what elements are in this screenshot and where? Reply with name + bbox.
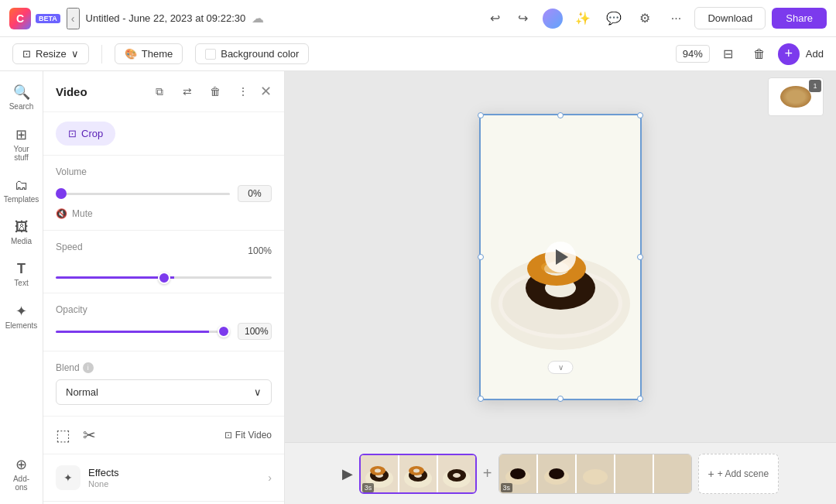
sidebar-item-elements[interactable]: ✦ Elements: [3, 297, 40, 336]
trash-icon[interactable]: 🗑: [747, 42, 772, 67]
magic-icon[interactable]: ✨: [570, 6, 595, 31]
doc-title[interactable]: Untitled - June 22, 2023 at 09:22:30: [86, 12, 246, 24]
crop-button[interactable]: ⊡ Crop: [56, 122, 115, 146]
sidebar-item-text[interactable]: T Text: [3, 255, 40, 293]
zoom-value[interactable]: 94%: [676, 45, 710, 63]
more-icon[interactable]: ···: [663, 6, 688, 31]
scene-2-thumb-4: [615, 454, 653, 494]
volume-label: Volume: [56, 166, 272, 177]
resize-button[interactable]: ⊡ Resize ∨: [12, 43, 89, 64]
scene-1-thumb-1: 3s: [361, 454, 398, 494]
media-icon: 🖼: [15, 219, 29, 235]
svg-point-31: [583, 469, 608, 485]
opacity-slider[interactable]: [56, 331, 230, 333]
thumb-svg-8: [654, 454, 691, 494]
page-indicator-thumbnail: [780, 86, 811, 108]
bg-color-button[interactable]: Background color: [195, 43, 309, 64]
effects-title: Effects: [88, 467, 268, 478]
download-button[interactable]: Download: [694, 7, 766, 29]
scene-1-time: 3s: [362, 483, 375, 492]
svg-point-26: [510, 468, 526, 479]
redo-button[interactable]: ↪: [510, 6, 535, 31]
svg-point-23: [453, 473, 461, 478]
collapse-handle[interactable]: ∨: [548, 361, 574, 374]
theme-icon: 🎨: [125, 48, 137, 60]
beta-badge: BETA: [36, 14, 60, 23]
opacity-row: 100%: [56, 323, 272, 340]
add-scene-icon: +: [708, 468, 714, 480]
props-panel-icons: ⧉ ⇄ 🗑 ⋮ ✕: [149, 81, 272, 102]
scene-divider[interactable]: +: [483, 465, 492, 482]
elements-icon: ✦: [15, 303, 27, 320]
props-panel-title: Video: [56, 85, 87, 98]
sidebar-item-media[interactable]: 🖼 Media: [3, 213, 40, 252]
toolbar-icons: 94% ⊟ 🗑 + Add: [676, 42, 824, 67]
page-indicator[interactable]: 1: [768, 77, 824, 116]
sidebar-item-search[interactable]: 🔍 Search: [3, 77, 40, 117]
canvas-frame[interactable]: [479, 114, 642, 400]
scene-1-group[interactable]: 3s: [359, 454, 477, 494]
scene-2-thumb-3: [577, 454, 614, 494]
mute-label: Mute: [72, 208, 93, 219]
blend-select[interactable]: Normal ∨: [56, 379, 272, 405]
handle-top-right[interactable]: [637, 112, 643, 118]
back-button[interactable]: ‹: [67, 8, 80, 29]
grid-view-icon[interactable]: ⊟: [716, 42, 741, 67]
speed-slider[interactable]: [56, 276, 272, 279]
play-overlay[interactable]: [545, 242, 576, 273]
flip-icon[interactable]: ⇄: [176, 81, 198, 102]
add-ons-icon: ⊕: [15, 456, 27, 473]
play-timeline-button[interactable]: ▶: [342, 465, 353, 482]
theme-button[interactable]: 🎨 Theme: [115, 43, 183, 64]
bg-color-label: Background color: [221, 48, 299, 60]
share-options-icon[interactable]: ⚙: [632, 6, 657, 31]
fit-video-button[interactable]: ⊡ Fit Video: [224, 430, 272, 441]
speed-value: 100%: [248, 245, 272, 256]
comment-icon[interactable]: 💬: [601, 6, 626, 31]
sidebar-item-your-stuff[interactable]: ⊞ Your stuff: [3, 120, 40, 168]
effects-text: Effects None: [88, 467, 268, 489]
app-logo: C: [9, 8, 31, 29]
sidebar-label-text: Text: [14, 279, 28, 287]
share-button[interactable]: Share: [772, 8, 827, 29]
scene-2-group[interactable]: 3s: [499, 454, 692, 494]
scene-1-wrap: 3s: [359, 454, 477, 494]
more-options-icon[interactable]: ⋮: [232, 81, 254, 102]
templates-icon: 🗂: [15, 177, 29, 194]
video-tool-btn-1[interactable]: ⬚: [56, 426, 70, 444]
volume-slider[interactable]: [56, 193, 230, 195]
add-button[interactable]: +: [778, 43, 800, 65]
undo-button[interactable]: ↩: [482, 6, 507, 31]
sidebar-label-search: Search: [9, 102, 34, 111]
top-actions: ↩ ↪ ✨ 💬 ⚙ ··· Download Share: [482, 6, 827, 31]
handle-top-mid[interactable]: [557, 112, 564, 118]
add-scene-button[interactable]: + + Add scene: [698, 454, 779, 494]
sidebar-label-media: Media: [11, 237, 32, 245]
delete-icon[interactable]: 🗑: [204, 81, 226, 102]
handle-bottom-mid[interactable]: [557, 396, 564, 402]
handle-bottom-right[interactable]: [637, 396, 643, 402]
scene-2-thumb-5: [654, 454, 691, 494]
mute-button[interactable]: 🔇 Mute: [56, 208, 93, 219]
blend-info-icon[interactable]: i: [83, 362, 94, 373]
sidebar-item-add-ons[interactable]: ⊕ Add-ons: [3, 450, 40, 498]
handle-mid-right[interactable]: [637, 254, 643, 260]
handle-bottom-left[interactable]: [478, 396, 484, 402]
duplicate-icon[interactable]: ⧉: [149, 81, 170, 102]
handle-top-left[interactable]: [478, 112, 484, 118]
close-panel-button[interactable]: ✕: [260, 81, 272, 102]
video-tool-btn-2[interactable]: ✂: [83, 426, 96, 444]
resize-icon: ⊡: [22, 48, 31, 60]
sidebar-label-templates: Templates: [4, 195, 39, 204]
effects-section[interactable]: ✦ Effects None ›: [43, 454, 284, 502]
thumb-svg-3: [438, 454, 475, 494]
cloud-icon: ☁: [252, 11, 264, 26]
scene-1-thumb-2: [399, 454, 437, 494]
sidebar-item-templates[interactable]: 🗂 Templates: [3, 171, 40, 210]
sec-divider-1: [101, 45, 102, 63]
sidebar-label-your-stuff: Your stuff: [8, 145, 36, 162]
zoom-control: 94%: [676, 45, 710, 63]
scene-2-thumb-2: [538, 454, 575, 494]
handle-mid-left[interactable]: [478, 254, 484, 260]
svg-point-13: [375, 468, 381, 472]
